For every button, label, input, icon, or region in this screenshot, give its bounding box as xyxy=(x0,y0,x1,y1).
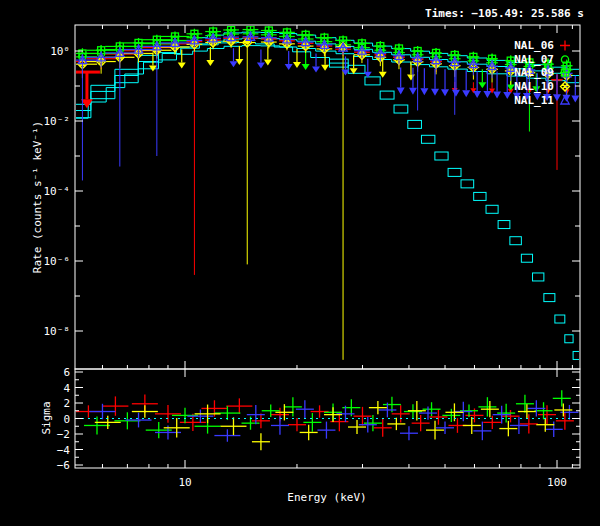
legend-label-nal11: NAL_11 xyxy=(514,94,554,107)
circle-marker-icon xyxy=(557,53,573,66)
residuals-NAL_10 xyxy=(95,401,573,450)
plot-title: Times: −105.49: 25.586 s xyxy=(425,7,584,20)
detector-legend: NAL_06 NAL_07 NAL_09 NAL_10 NAL_11 xyxy=(514,39,573,107)
svg-text:10⁻⁶: 10⁻⁶ xyxy=(44,255,71,268)
svg-text:−6: −6 xyxy=(57,459,70,472)
svg-text:4: 4 xyxy=(63,382,70,395)
svg-text:10⁻²: 10⁻² xyxy=(44,115,71,128)
residuals-panel-data xyxy=(75,390,579,450)
spectrum-plot-canvas: 1010010⁰10⁻²10⁻⁴10⁻⁶10⁻⁸6420−2−4−6 xyxy=(0,0,600,526)
svg-text:6: 6 xyxy=(63,366,70,379)
legend-label-nal07: NAL_07 xyxy=(514,53,554,66)
triangle-marker-icon xyxy=(557,94,573,107)
svg-text:2: 2 xyxy=(63,397,70,410)
svg-text:10⁻⁴: 10⁻⁴ xyxy=(44,185,71,198)
diamondx-marker-icon xyxy=(557,80,573,93)
plus-marker-icon xyxy=(557,39,573,52)
legend-item-nal11: NAL_11 xyxy=(514,93,573,107)
svg-text:100: 100 xyxy=(547,476,567,489)
boxplus-marker-icon xyxy=(557,66,573,79)
series-NAL_11 xyxy=(68,32,580,180)
spectral-fit-window: 1010010⁰10⁻²10⁻⁴10⁻⁶10⁻⁸6420−2−4−6 Times… xyxy=(0,0,600,526)
svg-text:−2: −2 xyxy=(57,428,70,441)
svg-text:10⁰: 10⁰ xyxy=(50,45,70,58)
legend-item-nal06: NAL_06 xyxy=(514,39,573,53)
legend-item-nal09: NAL_09 xyxy=(514,66,573,80)
energy-axis-label: Energy (keV) xyxy=(287,491,366,504)
svg-text:10: 10 xyxy=(178,476,191,489)
sigma-axis-label: Sigma xyxy=(40,401,53,434)
legend-label-nal10: NAL_10 xyxy=(514,80,554,93)
legend-label-nal09: NAL_09 xyxy=(514,66,554,79)
legend-item-nal10: NAL_10 xyxy=(514,80,573,94)
legend-label-nal06: NAL_06 xyxy=(514,39,554,52)
legend-item-nal07: NAL_07 xyxy=(514,53,573,67)
svg-text:10⁻⁸: 10⁻⁸ xyxy=(44,325,71,338)
svg-text:0: 0 xyxy=(63,413,70,426)
svg-text:−4: −4 xyxy=(57,444,71,457)
spectrum-panel-data xyxy=(68,25,585,360)
rate-axis-label: Rate (counts s⁻¹ keV⁻¹) xyxy=(31,121,44,273)
